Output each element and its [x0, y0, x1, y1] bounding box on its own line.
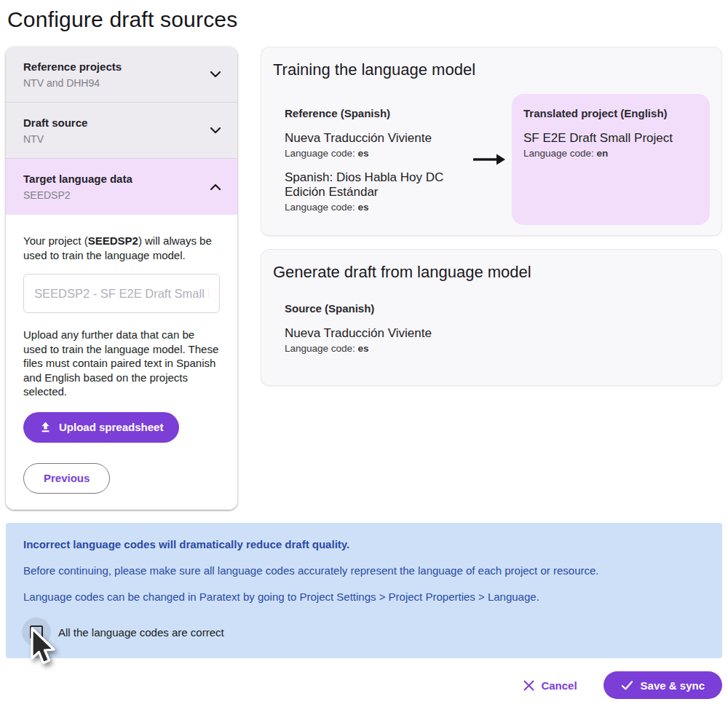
save-and-sync-button[interactable]: Save & sync	[604, 671, 722, 699]
language-code: Language code: es	[285, 202, 470, 213]
language-codes-confirm-row: All the language codes are correct	[23, 616, 705, 648]
translated-project-label: Translated project (English)	[523, 107, 698, 119]
project-name: SF E2E Draft Small Project	[523, 131, 698, 146]
upload-button-label: Upload spreadsheet	[59, 421, 163, 433]
draft-overview-column: Training the language model Reference (S…	[261, 47, 722, 386]
translated-project-panel: Translated project (English) SF E2E Draf…	[512, 94, 710, 225]
accordion-title: Target language data	[23, 173, 132, 185]
previous-button[interactable]: Previous	[23, 463, 110, 494]
check-icon	[621, 680, 633, 691]
accordion-subtitle: NTV	[23, 133, 87, 145]
target-project-input[interactable]	[23, 274, 220, 313]
accordion-draft-source[interactable]: Draft source NTV	[6, 103, 237, 159]
accordion-subtitle: SEEDSP2	[23, 189, 132, 201]
upload-spreadsheet-button[interactable]: Upload spreadsheet	[23, 412, 179, 443]
upload-icon	[39, 421, 52, 433]
source-label: Source (Spanish)	[285, 302, 710, 315]
warning-headline: Incorrect language codes will dramatical…	[23, 537, 705, 552]
warning-line-3: Language codes can be changed in Paratex…	[23, 590, 705, 604]
generate-card-title: Generate draft from language model	[273, 263, 710, 282]
project-code: SEEDSP2	[88, 234, 138, 247]
reference-project-item: Spanish: Dios Habla Hoy DC Edición Están…	[285, 170, 470, 213]
save-button-label: Save & sync	[641, 679, 705, 692]
checkbox-label: All the language codes are correct	[58, 626, 224, 639]
accordion-reference-projects[interactable]: Reference projects NTV and DHH94	[6, 47, 237, 103]
reference-label: Reference (Spanish)	[285, 107, 472, 119]
accordion-title: Draft source	[23, 116, 87, 129]
language-codes-checkbox[interactable]	[30, 625, 43, 639]
cancel-button-label: Cancel	[541, 679, 577, 692]
draft-source-group: Source (Spanish) Nueva Traducción Vivien…	[273, 296, 710, 374]
language-code: Language code: es	[285, 343, 710, 354]
training-card-title: Training the language model	[273, 60, 710, 79]
accordion-subtitle: NTV and DHH94	[23, 77, 122, 89]
footer-actions: Cancel Save & sync	[6, 671, 722, 699]
chevron-down-icon	[210, 127, 221, 134]
project-training-note: Your project (SEEDSP2) will always be us…	[23, 234, 220, 262]
page-title: Configure draft sources	[6, 0, 722, 47]
warning-line-2: Before continuing, please make sure all …	[23, 564, 705, 578]
accordion-target-language-data[interactable]: Target language data SEEDSP2	[6, 159, 237, 215]
previous-button-label: Previous	[44, 472, 90, 484]
language-codes-warning-banner: Incorrect language codes will dramatical…	[6, 523, 722, 658]
language-code: Language code: es	[285, 148, 472, 159]
project-name: Spanish: Dios Habla Hoy DC Edición Están…	[285, 170, 470, 200]
main-columns: Reference projects NTV and DHH94 Draft s…	[6, 47, 722, 510]
reference-projects-group: Reference (Spanish) Nueva Traducción Viv…	[273, 94, 472, 225]
reference-project-item: Nueva Traducción Viviente Language code:…	[285, 131, 472, 159]
cancel-button[interactable]: Cancel	[519, 679, 581, 692]
project-name: Nueva Traducción Viviente	[285, 326, 710, 341]
chevron-down-icon	[210, 71, 221, 78]
upload-instructions: Upload any further data that can be used…	[23, 328, 220, 399]
accordion-title: Reference projects	[23, 60, 122, 73]
close-icon	[523, 680, 534, 691]
chevron-up-icon	[210, 183, 221, 191]
training-card: Training the language model Reference (S…	[261, 47, 722, 236]
configure-draft-sources-page: Configure draft sources Reference projec…	[0, 0, 728, 707]
language-code: Language code: en	[523, 148, 698, 159]
draft-sources-stepper: Reference projects NTV and DHH94 Draft s…	[6, 47, 237, 510]
target-language-data-panel: Your project (SEEDSP2) will always be us…	[6, 215, 237, 510]
generate-card: Generate draft from language model Sourc…	[261, 249, 722, 386]
project-name: Nueva Traducción Viviente	[285, 131, 472, 146]
training-direction-arrow	[472, 94, 512, 225]
